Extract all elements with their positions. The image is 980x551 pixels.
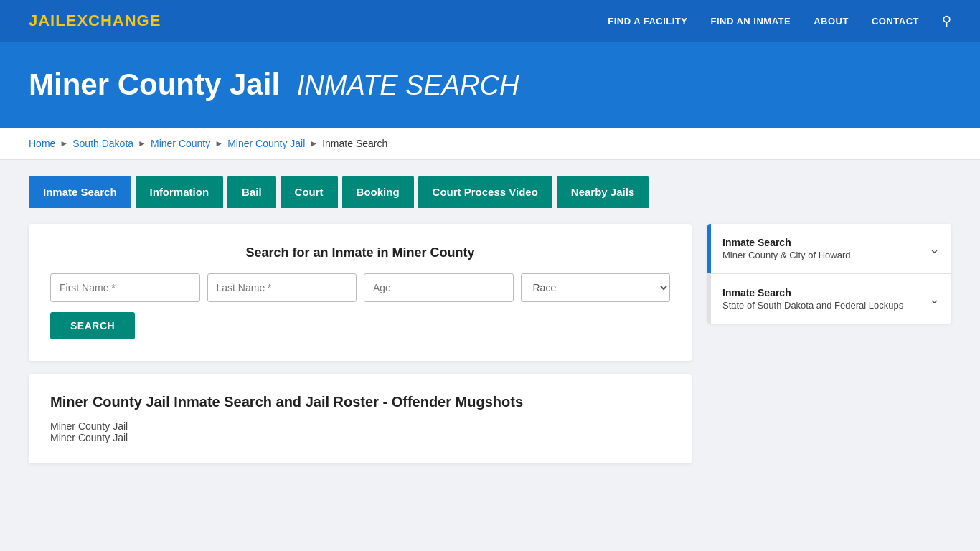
tab-court[interactable]: Court (281, 176, 338, 208)
hero-banner: Miner County Jail INMATE SEARCH (0, 42, 980, 128)
age-input[interactable] (364, 273, 514, 302)
hero-title-subtitle: INMATE SEARCH (297, 70, 519, 100)
breadcrumb-sep-4: ► (309, 138, 318, 149)
search-card: Search for an Inmate in Miner County Rac… (29, 224, 692, 361)
breadcrumb-miner-county[interactable]: Miner County (151, 138, 210, 149)
search-button[interactable]: SEARCH (50, 312, 135, 339)
nav-find-inmate[interactable]: FIND AN INMATE (710, 16, 791, 27)
main-content: Search for an Inmate in Miner County Rac… (0, 208, 980, 479)
info-card-line1: Miner County Jail (50, 420, 670, 432)
tab-information[interactable]: Information (136, 176, 224, 208)
breadcrumb-sep-1: ► (60, 138, 68, 149)
nav-about[interactable]: ABOUT (814, 16, 849, 27)
logo-highlight: E (66, 11, 77, 29)
left-column: Search for an Inmate in Miner County Rac… (29, 224, 692, 463)
nav-find-facility[interactable]: FIND A FACILITY (608, 16, 687, 27)
tab-court-process-video[interactable]: Court Process Video (418, 176, 552, 208)
first-name-input[interactable] (50, 273, 200, 302)
nav-bar: JAILEXCHANGE FIND A FACILITY FIND AN INM… (0, 0, 980, 42)
tab-booking[interactable]: Booking (342, 176, 414, 208)
race-select[interactable]: Race White Black Hispanic Asian Other (521, 273, 671, 302)
info-card-title: Miner County Jail Inmate Search and Jail… (50, 394, 670, 410)
breadcrumb-south-dakota[interactable]: South Dakota (72, 138, 133, 149)
last-name-input[interactable] (207, 273, 357, 302)
tab-nearby-jails[interactable]: Nearby Jails (557, 176, 649, 208)
breadcrumb-sep-2: ► (138, 138, 146, 149)
hero-title-main: Miner County Jail (29, 67, 280, 101)
sidebar-item-1-top: Inmate Search (722, 237, 850, 248)
sidebar-item-1-bottom: Miner County & City of Howard (722, 250, 850, 260)
right-sidebar: Inmate Search Miner County & City of How… (707, 224, 951, 324)
logo-part2: XCHANGE (77, 11, 161, 29)
search-fields: Race White Black Hispanic Asian Other (50, 273, 670, 302)
logo[interactable]: JAILEXCHANGE (29, 11, 161, 30)
nav-links: FIND A FACILITY FIND AN INMATE ABOUT CON… (608, 13, 951, 29)
sidebar-item-1-text: Inmate Search Miner County & City of How… (722, 237, 850, 260)
sidebar-item-1-wrapper: Inmate Search Miner County & City of How… (707, 224, 951, 274)
search-icon[interactable]: ⚲ (942, 13, 951, 29)
search-title: Search for an Inmate in Miner County (50, 245, 670, 260)
sidebar-item-2-bottom: State of South Dakota and Federal Lockup… (722, 300, 903, 311)
nav-contact[interactable]: CONTACT (872, 16, 919, 27)
logo-part1: JAIL (29, 11, 66, 29)
chevron-down-icon-2: ⌄ (929, 291, 940, 307)
breadcrumb-sep-3: ► (215, 138, 223, 149)
info-card: Miner County Jail Inmate Search and Jail… (29, 374, 692, 463)
breadcrumb: Home ► South Dakota ► Miner County ► Min… (0, 128, 980, 160)
tab-nav: Inmate Search Information Bail Court Boo… (0, 160, 980, 208)
sidebar-item-2-text: Inmate Search State of South Dakota and … (722, 287, 903, 311)
breadcrumb-current: Inmate Search (322, 138, 387, 149)
sidebar-item-2-wrapper: Inmate Search State of South Dakota and … (707, 274, 951, 324)
sidebar-item-1[interactable]: Inmate Search Miner County & City of How… (711, 224, 951, 273)
breadcrumb-home[interactable]: Home (29, 138, 55, 149)
chevron-down-icon-1: ⌄ (929, 241, 940, 257)
sidebar-item-2[interactable]: Inmate Search State of South Dakota and … (711, 274, 951, 324)
tab-bail[interactable]: Bail (227, 176, 276, 208)
hero-title: Miner County Jail INMATE SEARCH (29, 67, 951, 102)
sidebar-card: Inmate Search Miner County & City of How… (707, 224, 951, 324)
breadcrumb-miner-county-jail[interactable]: Miner County Jail (227, 138, 305, 149)
sidebar-item-2-top: Inmate Search (722, 287, 903, 298)
info-card-line2: Miner County Jail (50, 432, 670, 443)
tab-inmate-search[interactable]: Inmate Search (29, 176, 131, 208)
